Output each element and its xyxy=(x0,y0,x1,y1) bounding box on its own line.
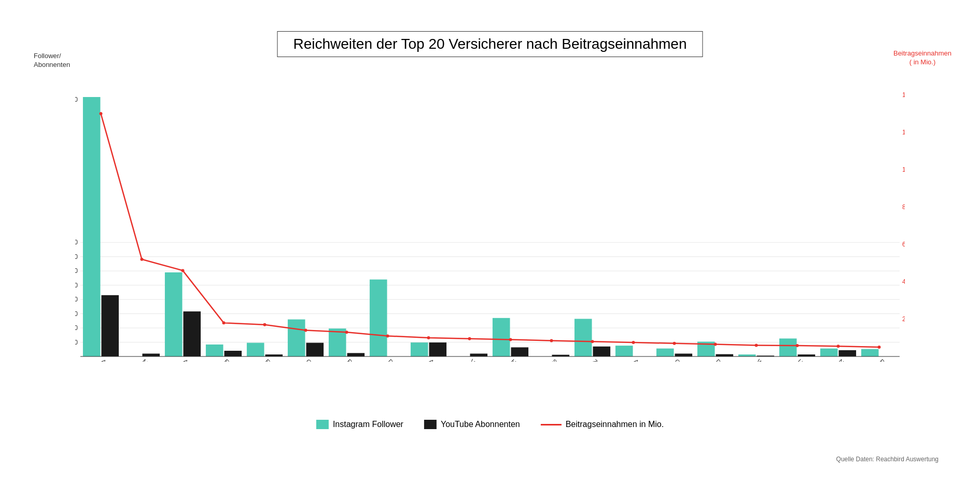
svg-text:5.000: 5.000 xyxy=(75,339,78,346)
svg-point-82 xyxy=(222,321,226,324)
svg-rect-25 xyxy=(83,97,101,356)
svg-rect-53 xyxy=(511,347,529,356)
svg-point-91 xyxy=(591,340,594,343)
svg-text:120.000: 120.000 xyxy=(902,129,905,136)
svg-text:Provinzial NordWest: Provinzial NordWest xyxy=(878,358,905,362)
svg-point-95 xyxy=(755,343,758,347)
svg-rect-60 xyxy=(615,346,633,356)
svg-rect-62 xyxy=(656,349,674,356)
legend-revenue-label: Beitragseinnahmen in Mio. xyxy=(566,420,664,429)
svg-text:20.000: 20.000 xyxy=(75,296,78,303)
svg-text:40.000: 40.000 xyxy=(902,278,905,285)
svg-rect-39 xyxy=(288,320,305,356)
svg-rect-48 xyxy=(429,342,447,356)
svg-text:Allianz Deutschland AG: Allianz Deutschland AG xyxy=(182,358,231,362)
legend-instagram: Instagram Follower xyxy=(316,420,403,429)
svg-point-94 xyxy=(714,343,717,346)
svg-rect-28 xyxy=(143,354,160,356)
svg-text:Allianz SE: Allianz SE xyxy=(100,358,124,362)
svg-text:60.000: 60.000 xyxy=(902,241,905,248)
svg-point-87 xyxy=(427,336,430,339)
svg-text:R+V Versicherung AG: R+V Versicherung AG xyxy=(346,358,391,362)
svg-rect-30 xyxy=(165,272,183,356)
svg-rect-57 xyxy=(575,319,592,356)
legend: Instagram Follower YouTube Abonnenten Be… xyxy=(316,420,664,429)
main-chart: 5.00010.00015.00020.00025.00030.00035.00… xyxy=(75,80,905,362)
svg-rect-63 xyxy=(675,354,693,356)
svg-rect-66 xyxy=(716,354,734,356)
svg-rect-71 xyxy=(779,338,797,356)
svg-text:100.000: 100.000 xyxy=(902,166,905,173)
svg-rect-43 xyxy=(347,353,365,356)
svg-rect-74 xyxy=(820,349,838,356)
svg-text:Versicherungskammer Bayern: Versicherungskammer Bayern xyxy=(469,358,529,362)
svg-text:25.000: 25.000 xyxy=(75,282,78,289)
svg-rect-68 xyxy=(738,354,756,356)
legend-revenue: Beitragseinnahmen in Mio. xyxy=(541,420,664,429)
svg-text:Signal Iduna Gruppe: Signal Iduna Gruppe xyxy=(551,358,594,362)
svg-text:ERGO Group AG: ERGO Group AG xyxy=(223,358,260,362)
svg-point-98 xyxy=(878,346,881,349)
svg-rect-72 xyxy=(798,354,816,356)
svg-rect-26 xyxy=(102,295,119,356)
svg-rect-36 xyxy=(247,343,264,356)
svg-rect-31 xyxy=(184,311,201,356)
legend-instagram-label: Instagram Follower xyxy=(333,420,403,429)
svg-text:90.000: 90.000 xyxy=(75,96,78,103)
svg-rect-58 xyxy=(593,347,611,356)
svg-point-85 xyxy=(345,331,348,334)
svg-text:LVM Versicherung: LVM Versicherung xyxy=(796,358,835,362)
svg-text:DEVK Versicherungen: DEVK Versicherungen xyxy=(715,358,761,362)
svg-text:Wüstenrot & Württembergische: Wüstenrot & Württembergische xyxy=(755,358,818,362)
svg-rect-75 xyxy=(839,350,857,356)
svg-point-96 xyxy=(796,344,799,347)
svg-point-83 xyxy=(263,323,267,326)
svg-point-90 xyxy=(550,339,553,342)
legend-youtube-box xyxy=(424,420,437,429)
svg-point-81 xyxy=(181,269,185,272)
svg-rect-34 xyxy=(225,351,242,356)
y-axis-right-label: Beitragseinnahmen( in Mio.) xyxy=(893,49,951,67)
svg-point-79 xyxy=(100,112,103,115)
svg-text:80.000: 80.000 xyxy=(902,203,905,211)
svg-point-92 xyxy=(632,341,635,344)
svg-text:35.000: 35.000 xyxy=(75,253,78,260)
svg-text:30.000: 30.000 xyxy=(75,267,78,274)
svg-rect-40 xyxy=(306,343,324,356)
svg-point-80 xyxy=(141,258,144,261)
chart-title: Reichweiten der Top 20 Versicherer nach … xyxy=(277,31,703,57)
legend-instagram-box xyxy=(316,420,329,429)
svg-text:Münchener Rück: Münchener Rück xyxy=(141,358,177,362)
svg-text:15.000: 15.000 xyxy=(75,310,78,318)
svg-point-88 xyxy=(468,337,471,340)
svg-point-93 xyxy=(673,342,676,345)
svg-text:Debeka: Debeka xyxy=(387,358,406,362)
svg-point-97 xyxy=(837,345,840,348)
chart-container: Reichweiten der Top 20 Versicherer nach … xyxy=(0,0,980,481)
svg-rect-77 xyxy=(861,349,879,356)
y-axis-left-label: Follower/Abonnenten xyxy=(34,52,70,70)
svg-text:HUK-Coburg: HUK-Coburg xyxy=(510,358,538,362)
svg-text:10.000: 10.000 xyxy=(75,324,78,332)
svg-text:Ergo Deutschland: Ergo Deutschland xyxy=(264,358,302,362)
svg-point-86 xyxy=(386,334,389,337)
source-text: Quelle Daten: Reachbird Auswertung xyxy=(836,456,939,463)
svg-text:140.000: 140.000 xyxy=(902,91,905,99)
svg-text:Alte Leipziger – Hallesche (AH: Alte Leipziger – Hallesche (AHL… xyxy=(633,358,701,362)
svg-rect-47 xyxy=(411,342,428,356)
svg-text:20.000: 20.000 xyxy=(902,315,905,323)
svg-text:40.000: 40.000 xyxy=(75,239,78,246)
legend-youtube-label: YouTube Abonnenten xyxy=(441,420,520,429)
svg-rect-52 xyxy=(493,318,510,356)
legend-revenue-line xyxy=(541,424,562,425)
svg-text:Axa Konzern AG: Axa Konzern AG xyxy=(428,358,464,362)
svg-rect-37 xyxy=(265,354,283,356)
svg-rect-50 xyxy=(470,354,488,356)
svg-rect-42 xyxy=(329,328,346,356)
svg-rect-33 xyxy=(206,345,223,356)
legend-youtube: YouTube Abonnenten xyxy=(424,420,520,429)
svg-point-89 xyxy=(509,338,512,341)
svg-rect-45 xyxy=(370,280,387,356)
svg-point-84 xyxy=(304,329,307,332)
